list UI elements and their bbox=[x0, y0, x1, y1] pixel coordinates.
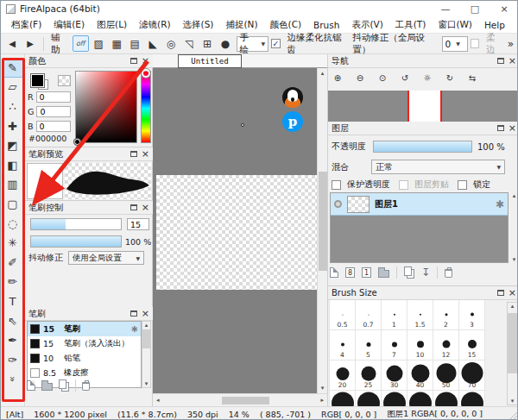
saturation-value-picker[interactable] bbox=[75, 71, 137, 143]
brush-size-cell[interactable]: 7 bbox=[382, 330, 407, 360]
snap-vanishing-icon[interactable]: ◣ bbox=[145, 35, 161, 52]
float-panel-icon[interactable] bbox=[130, 58, 137, 64]
scroll-down-icon[interactable]: ▾ bbox=[511, 398, 515, 404]
brush-size-cell[interactable]: 0.7 bbox=[356, 300, 382, 330]
canvas-vertical-scrollbar[interactable]: ▴ ▾ bbox=[317, 68, 327, 393]
close-icon[interactable]: × bbox=[142, 309, 149, 318]
brush-size-cell[interactable]: 10 bbox=[407, 330, 433, 360]
brush-size-value[interactable]: 15 bbox=[127, 218, 149, 230]
close-icon[interactable]: × bbox=[142, 56, 149, 66]
b-input[interactable] bbox=[36, 121, 71, 132]
snap-concentric-icon[interactable]: ◎ bbox=[163, 35, 180, 52]
menu-item[interactable]: 颜色(C) bbox=[265, 17, 307, 33]
menu-item[interactable]: 窗口(W) bbox=[433, 17, 477, 33]
scroll-left-icon[interactable]: ◂ bbox=[156, 397, 160, 404]
float-panel-icon[interactable] bbox=[497, 58, 504, 64]
zoom-out-icon[interactable]: ⊖ bbox=[352, 70, 368, 85]
navigator-preview[interactable] bbox=[328, 91, 518, 122]
snap-off-button[interactable]: off bbox=[73, 35, 89, 52]
dropper-tool[interactable]: ✑ bbox=[3, 350, 23, 370]
rotate-cw-icon[interactable]: ↻ bbox=[442, 70, 458, 85]
brush-size-cell[interactable] bbox=[433, 391, 459, 407]
snap-table-icon[interactable]: ⊞ bbox=[199, 35, 216, 52]
scroll-down-icon[interactable]: ▾ bbox=[145, 380, 148, 387]
copy-brush-icon[interactable] bbox=[59, 379, 66, 389]
flip-icon[interactable]: ⇆ bbox=[464, 70, 480, 85]
hue-slider[interactable] bbox=[141, 71, 151, 143]
brush-size-cell[interactable] bbox=[330, 391, 356, 407]
maximize-button[interactable]: □ bbox=[460, 1, 490, 16]
duplicate-layer-icon[interactable] bbox=[404, 266, 412, 276]
bucket-tool[interactable]: ◧ bbox=[3, 155, 23, 175]
close-icon[interactable]: × bbox=[142, 149, 149, 159]
brush-size-cell[interactable]: 20 bbox=[330, 360, 356, 391]
scroll-up-icon[interactable]: ▴ bbox=[511, 303, 515, 310]
snap-grid-icon[interactable]: ▦ bbox=[109, 35, 125, 52]
brush-size-scrollbar[interactable]: ▴ ▾ bbox=[507, 302, 518, 405]
float-panel-icon[interactable] bbox=[497, 125, 504, 131]
brush-size-slider[interactable] bbox=[30, 218, 122, 230]
brush-size-cell[interactable]: 3 bbox=[459, 300, 485, 330]
zoom-in-icon[interactable]: ⊕ bbox=[330, 70, 345, 85]
brush-opacity-slider[interactable] bbox=[30, 235, 122, 248]
scroll-down-icon[interactable]: ▾ bbox=[513, 256, 516, 263]
brush-size-cell[interactable]: 12 bbox=[433, 330, 459, 360]
menu-item[interactable]: 选择(S) bbox=[178, 17, 219, 33]
g-input[interactable] bbox=[36, 106, 71, 117]
prev-button[interactable]: ◀ bbox=[4, 36, 20, 52]
sv-cursor[interactable] bbox=[74, 139, 80, 145]
text-tool[interactable]: T bbox=[3, 291, 23, 311]
close-button[interactable]: × bbox=[490, 1, 518, 16]
toolbar-overflow-chevron[interactable]: » bbox=[508, 38, 514, 50]
lasso-tool[interactable]: ◌ bbox=[3, 214, 23, 234]
brush-size-cell[interactable]: 1 bbox=[382, 300, 407, 330]
snap-parallel-icon[interactable]: ▨ bbox=[91, 35, 107, 52]
canvas-viewport[interactable]: p bbox=[153, 68, 317, 393]
menu-item[interactable]: 捕捉(N) bbox=[220, 17, 262, 33]
resize-grip[interactable] bbox=[509, 411, 518, 420]
magic-wand-tool[interactable]: ✳ bbox=[3, 233, 23, 253]
menu-item[interactable]: Help bbox=[479, 18, 510, 32]
brush-size-cell[interactable]: 40 bbox=[407, 360, 433, 391]
float-panel-icon[interactable] bbox=[130, 310, 137, 317]
foreground-color-swatch[interactable] bbox=[30, 73, 45, 88]
new-layer-folder-icon[interactable] bbox=[378, 270, 389, 278]
canvas-page[interactable] bbox=[156, 175, 317, 290]
brush-size-cell[interactable]: 1.5 bbox=[407, 300, 433, 330]
brush-size-cell[interactable]: 4 bbox=[330, 330, 356, 360]
brush-list-item[interactable]: 15 笔刷 ✱ bbox=[28, 322, 141, 336]
minimize-button[interactable]: — bbox=[431, 1, 460, 16]
new-1bit-layer-icon[interactable]: 1 bbox=[362, 267, 371, 278]
close-icon[interactable]: × bbox=[509, 288, 516, 298]
draw-mode-select[interactable]: 手绘▼ bbox=[237, 36, 269, 52]
antialias-checkbox[interactable]: ✓ bbox=[271, 39, 280, 48]
layer-visibility-icon[interactable] bbox=[334, 200, 342, 208]
eyedropper-tool[interactable]: ✒ bbox=[3, 330, 23, 350]
gear-icon[interactable]: ✱ bbox=[131, 324, 138, 334]
menu-item[interactable]: 表示(V) bbox=[346, 17, 388, 33]
close-icon[interactable]: × bbox=[509, 56, 516, 66]
gradient-tool[interactable]: ▥ bbox=[3, 175, 23, 195]
snap-dot-icon[interactable]: ● bbox=[218, 35, 234, 52]
rotate-ccw-icon[interactable]: ↺ bbox=[397, 70, 413, 85]
select-pen-tool[interactable]: ✐ bbox=[3, 253, 23, 273]
brush-list-item[interactable]: 10 铅笔 ✱ bbox=[28, 351, 141, 366]
brush-folder-icon[interactable] bbox=[41, 383, 53, 391]
brush-size-cell[interactable]: 15 bbox=[459, 330, 485, 360]
transparent-color-swatch[interactable] bbox=[58, 75, 71, 86]
scroll-down-icon[interactable]: ▾ bbox=[321, 385, 325, 392]
menu-item[interactable]: 档案(F) bbox=[6, 17, 47, 33]
close-icon[interactable]: × bbox=[509, 123, 516, 133]
move-tool[interactable]: ✚ bbox=[3, 116, 23, 136]
r-input[interactable] bbox=[36, 91, 71, 103]
scroll-up-icon[interactable]: ▴ bbox=[145, 322, 148, 329]
document-tab[interactable]: Untitled bbox=[178, 54, 242, 68]
brush-size-cell[interactable]: 0.5 bbox=[330, 300, 356, 330]
gear-icon[interactable]: ✱ bbox=[496, 198, 504, 210]
brush-size-cell[interactable] bbox=[382, 391, 407, 407]
soft-edge-checkbox[interactable] bbox=[471, 39, 479, 48]
snap-curve-icon[interactable]: ◹ bbox=[181, 35, 198, 52]
close-icon[interactable]: × bbox=[142, 203, 149, 212]
next-button[interactable]: ▶ bbox=[22, 36, 38, 52]
expand-tools-chevron[interactable]: » bbox=[3, 370, 23, 390]
